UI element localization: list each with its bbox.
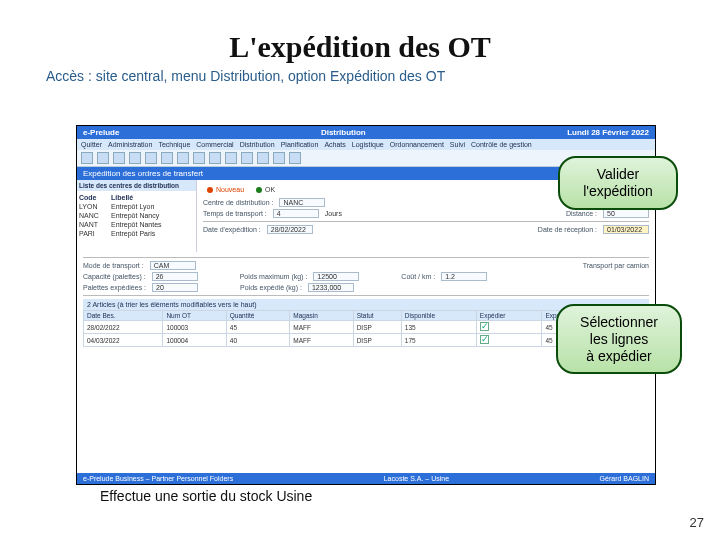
menu-controle[interactable]: Contrôle de gestion	[471, 141, 532, 148]
pexp-value[interactable]: 1233,000	[308, 283, 354, 292]
toolbar-icon[interactable]	[289, 152, 301, 164]
menubar[interactable]: Quitter Administration Technique Commerc…	[77, 139, 655, 150]
sidebar-header: Liste des centres de distribution	[77, 180, 196, 191]
statusbar: e-Prelude Business – Partner Personnel F…	[77, 473, 655, 484]
menu-commercial[interactable]: Commercial	[196, 141, 233, 148]
toolbar-icon[interactable]	[257, 152, 269, 164]
centre-value[interactable]: NANC	[279, 198, 325, 207]
mode-lib: Transport par camion	[583, 262, 649, 269]
code: PARI	[79, 230, 107, 237]
col-stat[interactable]: Statut	[353, 311, 401, 321]
cell-checkbox[interactable]	[476, 334, 542, 347]
sidebar-col-code: Code	[79, 194, 107, 201]
pal-label: Palettes expédiées :	[83, 284, 146, 291]
col-qte[interactable]: Quantité	[226, 311, 289, 321]
distance-value[interactable]: 50	[603, 209, 649, 218]
cell: MAFF	[290, 321, 353, 334]
cell: DISP	[353, 321, 401, 334]
toolbar-icon[interactable]	[81, 152, 93, 164]
toolbar-icon[interactable]	[241, 152, 253, 164]
toolbar-icon[interactable]	[161, 152, 173, 164]
cout-label: Coût / km :	[401, 273, 435, 280]
ok-button[interactable]: OK	[252, 185, 279, 194]
checkbox-icon[interactable]	[480, 322, 489, 331]
date-exp-value[interactable]: 28/02/2022	[267, 225, 313, 234]
titlebar-date: Lundi 28 Février 2022	[567, 128, 649, 137]
distance-label: Distance :	[566, 210, 597, 217]
pexp-label: Poids expédié (kg) :	[240, 284, 302, 291]
label: Nouveau	[216, 186, 244, 193]
menu-planification[interactable]: Planification	[281, 141, 319, 148]
status-left: e-Prelude Business – Partner Personnel F…	[83, 475, 233, 482]
toolbar-icon[interactable]	[97, 152, 109, 164]
col-dispo[interactable]: Disponible	[401, 311, 476, 321]
sidebar-item[interactable]: LYONEntrepôt Lyon	[79, 202, 194, 211]
menu-technique[interactable]: Technique	[158, 141, 190, 148]
menu-quitter[interactable]: Quitter	[81, 141, 102, 148]
toolbar-icon[interactable]	[145, 152, 157, 164]
menu-distribution[interactable]: Distribution	[240, 141, 275, 148]
titlebar-module: Distribution	[321, 128, 366, 137]
sidebar-item[interactable]: NANCEntrepôt Nancy	[79, 211, 194, 220]
toolbar-icon[interactable]	[193, 152, 205, 164]
mode-value[interactable]: CAM	[150, 261, 196, 270]
cap-label: Capacité (palettes) :	[83, 273, 146, 280]
cell: 45	[226, 321, 289, 334]
app-name: e-Prelude	[83, 128, 119, 137]
slide-subtitle: Accès : site central, menu Distribution,…	[46, 68, 720, 84]
callout-select: Sélectionnerles lignesà expédier	[556, 304, 682, 374]
cout-value[interactable]: 1.2	[441, 272, 487, 281]
toolbar-icon[interactable]	[113, 152, 125, 164]
toolbar-icon[interactable]	[225, 152, 237, 164]
lib: Entrepôt Nantes	[111, 221, 162, 228]
cell: DISP	[353, 334, 401, 347]
menu-suivi[interactable]: Suivi	[450, 141, 465, 148]
lib: Entrepôt Paris	[111, 230, 155, 237]
menu-achats[interactable]: Achats	[324, 141, 345, 148]
cell: 04/03/2022	[84, 334, 163, 347]
date-rec-label: Date de réception :	[538, 226, 597, 233]
date-rec-value[interactable]: 01/03/2022	[603, 225, 649, 234]
code: NANT	[79, 221, 107, 228]
toolbar-icon[interactable]	[273, 152, 285, 164]
cell: 100003	[163, 321, 226, 334]
nouveau-button[interactable]: Nouveau	[203, 185, 248, 194]
menu-ordo[interactable]: Ordonnancement	[390, 141, 444, 148]
cell: 40	[226, 334, 289, 347]
menu-admin[interactable]: Administration	[108, 141, 152, 148]
poids-value[interactable]: 12500	[313, 272, 359, 281]
slide-footer: Effectue une sortie du stock Usine	[100, 488, 312, 504]
cell-checkbox[interactable]	[476, 321, 542, 334]
temps-label: Temps de transport :	[203, 210, 267, 217]
temps-value[interactable]: 4	[273, 209, 319, 218]
callout-validate: Validerl'expédition	[558, 156, 678, 210]
menu-logistique[interactable]: Logistique	[352, 141, 384, 148]
pal-value[interactable]: 20	[152, 283, 198, 292]
cell: 100004	[163, 334, 226, 347]
cap-value[interactable]: 26	[152, 272, 198, 281]
sidebar-item[interactable]: PARIEntrepôt Paris	[79, 229, 194, 238]
col-exp[interactable]: Expédier	[476, 311, 542, 321]
centre-label: Centre de distribution :	[203, 199, 273, 206]
checkbox-icon[interactable]	[480, 335, 489, 344]
slide-title: L'expédition des OT	[0, 30, 720, 64]
temps-unit: Jours	[325, 210, 342, 217]
col-ot[interactable]: Num OT	[163, 311, 226, 321]
sidebar-col-lib: Libellé	[111, 194, 133, 201]
code: LYON	[79, 203, 107, 210]
sidebar-item[interactable]: NANTEntrepôt Nantes	[79, 220, 194, 229]
col-date[interactable]: Date Bes.	[84, 311, 163, 321]
cell: MAFF	[290, 334, 353, 347]
col-mag[interactable]: Magasin	[290, 311, 353, 321]
cell: 28/02/2022	[84, 321, 163, 334]
code: NANC	[79, 212, 107, 219]
label: OK	[265, 186, 275, 193]
status-right: Gérard BAGLIN	[600, 475, 649, 482]
titlebar: e-Prelude Distribution Lundi 28 Février …	[77, 126, 655, 139]
toolbar-icon[interactable]	[177, 152, 189, 164]
toolbar-icon[interactable]	[209, 152, 221, 164]
date-exp-label: Date d'expédition :	[203, 226, 261, 233]
toolbar-icon[interactable]	[129, 152, 141, 164]
poids-label: Poids maximum (kg) :	[240, 273, 308, 280]
mode-label: Mode de transport :	[83, 262, 144, 269]
